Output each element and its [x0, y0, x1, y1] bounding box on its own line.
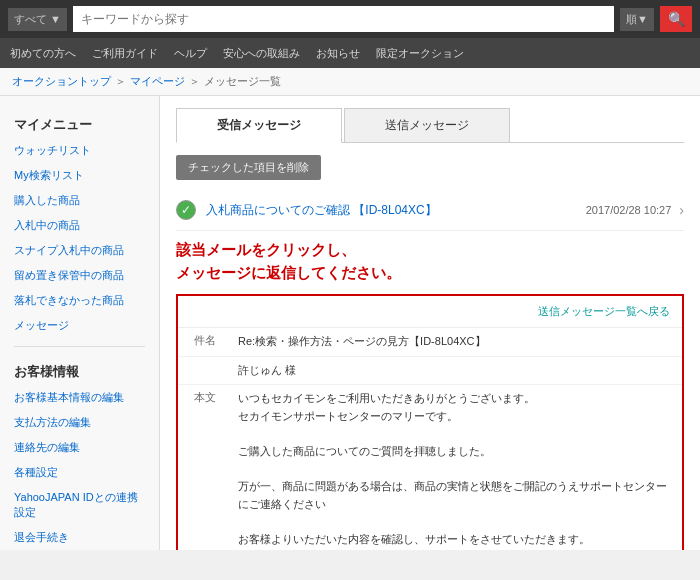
- breadcrumb: オークショントップ ＞ マイページ ＞ メッセージ一覧: [0, 68, 700, 96]
- instruction-text: 該当メールをクリックし、メッセージに返信してください。: [176, 239, 684, 284]
- message-id: 【ID-8L04XC】: [353, 203, 436, 217]
- tab-received[interactable]: 受信メッセージ: [176, 108, 342, 143]
- sidebar-item-watchlist[interactable]: ウォッチリスト: [0, 138, 159, 163]
- subject-label-cell: 件名: [178, 328, 228, 356]
- category-chevron-icon: ▼: [50, 13, 61, 25]
- nav-item-first[interactable]: 初めての方へ: [10, 46, 76, 61]
- sort-label: 順▼: [626, 12, 648, 27]
- detail-row-body: 本文 いつもセカイモンをご利用いただきありがとうございます。 セカイモンサポート…: [178, 385, 682, 550]
- subject-value-cell: Re:検索・操作方法・ページの見方【ID-8L04XC】: [228, 328, 682, 356]
- nav-item-safety[interactable]: 安心への取組み: [223, 46, 300, 61]
- message-title: 入札商品についてのご確認 【ID-8L04XC】: [206, 202, 570, 219]
- to-value-cell: 許じゅん 様: [228, 356, 682, 385]
- sidebar-item-bidding[interactable]: 入札中の商品: [0, 213, 159, 238]
- category-select[interactable]: すべて ▼: [8, 8, 67, 31]
- sidebar-item-snipe[interactable]: スナイプ入札中の商品: [0, 238, 159, 263]
- breadcrumb-current: メッセージ一覧: [204, 74, 281, 89]
- detail-table: 件名 Re:検索・操作方法・ページの見方【ID-8L04XC】 許じゅん 様 本…: [178, 328, 682, 550]
- to-label-cell: [178, 356, 228, 385]
- sidebar-item-profile-edit[interactable]: お客様基本情報の編集: [0, 385, 159, 410]
- sent-list-link[interactable]: 送信メッセージ一覧へ戻る: [538, 305, 670, 317]
- sidebar-customer-title: お客様情報: [0, 355, 159, 385]
- delete-button[interactable]: チェックした項目を削除: [176, 155, 321, 180]
- search-button[interactable]: 🔍: [660, 6, 692, 32]
- breadcrumb-top[interactable]: オークショントップ: [12, 74, 111, 89]
- message-tabs: 受信メッセージ 送信メッセージ: [176, 108, 684, 143]
- sidebar-item-storage[interactable]: 留め置き保管中の商品: [0, 263, 159, 288]
- message-title-text: 入札商品についてのご確認: [206, 203, 350, 217]
- message-arrow-icon: ›: [679, 202, 684, 218]
- nav-bar: 初めての方へ ご利用ガイド ヘルプ 安心への取組み お知らせ 限定オークション: [0, 38, 700, 68]
- sidebar: マイメニュー ウォッチリスト My検索リスト 購入した商品 入札中の商品 スナイ…: [0, 96, 160, 550]
- sidebar-item-withdraw[interactable]: 退会手続き: [0, 525, 159, 550]
- content-area: 受信メッセージ 送信メッセージ チェックした項目を削除 入札商品についてのご確認…: [160, 96, 700, 550]
- detail-row-subject: 件名 Re:検索・操作方法・ページの見方【ID-8L04XC】: [178, 328, 682, 356]
- sidebar-item-purchased[interactable]: 購入した商品: [0, 188, 159, 213]
- nav-item-auction[interactable]: 限定オークション: [376, 46, 464, 61]
- sidebar-item-lost[interactable]: 落札できなかった商品: [0, 288, 159, 313]
- nav-item-help[interactable]: ヘルプ: [174, 46, 207, 61]
- sidebar-item-messages[interactable]: メッセージ: [0, 313, 159, 338]
- message-row[interactable]: 入札商品についてのご確認 【ID-8L04XC】 2017/02/28 10:2…: [176, 190, 684, 231]
- message-check-icon: [176, 200, 196, 220]
- sidebar-item-contact[interactable]: 連絡先の編集: [0, 435, 159, 460]
- body-label-cell: 本文: [178, 385, 228, 550]
- sidebar-divider-1: [14, 346, 145, 347]
- tab-sent[interactable]: 送信メッセージ: [344, 108, 510, 142]
- search-icon: 🔍: [668, 11, 685, 27]
- sidebar-item-settings[interactable]: 各種設定: [0, 460, 159, 485]
- nav-item-news[interactable]: お知らせ: [316, 46, 360, 61]
- detail-row-to: 許じゅん 様: [178, 356, 682, 385]
- message-detail: 送信メッセージ一覧へ戻る 件名 Re:検索・操作方法・ページの見方【ID-8L0…: [176, 294, 684, 550]
- sidebar-item-search-list[interactable]: My検索リスト: [0, 163, 159, 188]
- search-input[interactable]: [73, 6, 614, 32]
- sidebar-my-menu-title: マイメニュー: [0, 108, 159, 138]
- body-value-cell: いつもセカイモンをご利用いただきありがとうございます。 セカイモンサポートセンタ…: [228, 385, 682, 550]
- nav-item-guide[interactable]: ご利用ガイド: [92, 46, 158, 61]
- sidebar-item-payment[interactable]: 支払方法の編集: [0, 410, 159, 435]
- message-date: 2017/02/28 10:27: [586, 204, 672, 216]
- category-label: すべて: [14, 12, 47, 27]
- sort-button[interactable]: 順▼: [620, 8, 654, 31]
- main-layout: マイメニュー ウォッチリスト My検索リスト 購入した商品 入札中の商品 スナイ…: [0, 96, 700, 550]
- top-search-bar: すべて ▼ 順▼ 🔍: [0, 0, 700, 38]
- detail-header: 送信メッセージ一覧へ戻る: [178, 296, 682, 328]
- sidebar-item-yahoo-link[interactable]: YahooJAPAN IDとの連携設定: [0, 485, 159, 525]
- breadcrumb-mypage[interactable]: マイページ: [130, 74, 185, 89]
